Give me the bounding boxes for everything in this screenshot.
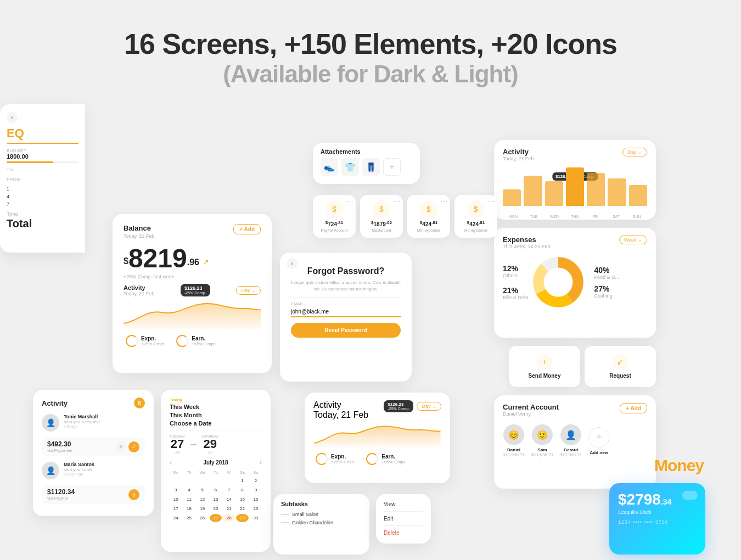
day-filter-button[interactable]: Day ⌄ (236, 286, 261, 295)
send-money-icon: + (537, 354, 552, 369)
bc-earn-ring (366, 453, 378, 465)
budget-budget-label: BUDGET (7, 148, 78, 153)
notif-accept-button-1[interactable]: ✓ (128, 441, 139, 452)
dp-prev-month[interactable]: ‹ (170, 458, 172, 466)
expenses-header: Expenses This week, 14-21 Feb Week ⌄ (503, 236, 647, 249)
budget-card: × EQ BUDGET 1800.00 To From 1 4 7 Total … (0, 104, 85, 253)
budget-bar-fill (7, 161, 53, 163)
budget-close-button[interactable]: × (7, 112, 18, 123)
forgot-close-button[interactable]: × (287, 258, 297, 269)
bc-earn-stat: Earn. +65% Cmpr. (366, 453, 406, 465)
card-toggle[interactable] (682, 491, 698, 500)
dp-month-label: July 2018 (203, 460, 228, 466)
balance-trend-icon: ↗ (203, 257, 209, 266)
dp-next-month[interactable]: › (260, 458, 262, 466)
donut-area: 12% Others 21% Bills & Debt 40% Food & D… (503, 255, 647, 310)
activity-bc-title-group: Activity Today, 21 Feb (313, 400, 368, 420)
bar-fri (587, 173, 605, 206)
payment-more-icon-2[interactable]: ⋯ (393, 197, 401, 206)
request-card[interactable]: ↙ Request (585, 346, 656, 387)
payment-amount-2: $1879.02 (364, 220, 398, 227)
bar-thu (566, 167, 584, 206)
expenses-week-button[interactable]: Week ⌄ (619, 236, 647, 244)
ca-add-icon: + (588, 427, 609, 448)
svg-point-4 (544, 268, 572, 296)
attach-items: 👟 👕 👖 + (321, 158, 412, 176)
donut-legend-left: 12% Others 21% Bills & Debt (503, 264, 529, 300)
dp-this-month[interactable]: This Month (170, 412, 262, 418)
dp-this-week[interactable]: This Week (170, 404, 262, 410)
menu-item-delete[interactable]: Delete (384, 528, 423, 537)
budget-numbers: 1 4 7 (7, 186, 78, 207)
budget-budget-value: 1800.00 (7, 153, 78, 160)
payment-more-icon[interactable]: ⋯ (346, 197, 353, 206)
legend-others: 12% Others (503, 264, 529, 278)
subtask-item-2: Golden Chandelier (281, 520, 362, 525)
ca-person-sam: 🙂 Sam $11,938.71 (531, 424, 553, 457)
current-account-header: Current Account Daniel Verny + Add (503, 403, 647, 417)
notif-item-1: 👤 Tonie Marshall sent you a request 14h … (42, 414, 145, 432)
budget-from-row: From (7, 177, 78, 182)
notif-add-button-2[interactable]: + (128, 489, 139, 500)
dp-divider (170, 430, 262, 430)
notif-amount-row-2: $1120.34 via PayPal + (42, 485, 145, 504)
forgot-email-input[interactable] (291, 307, 401, 317)
attach-add-button[interactable]: + (383, 158, 401, 176)
forgot-text: Integer quis dictum tellus, a auctor lor… (291, 279, 401, 293)
ca-avatar-gerard: 👤 (560, 424, 581, 445)
bar-labels: MON TUE WED THU FRI SAT SUN (503, 215, 647, 219)
attach-item-1: 👟 (321, 158, 338, 176)
payment-more-icon-3[interactable]: ⋯ (440, 197, 448, 206)
payment-amount-4: $424.81 (459, 220, 493, 227)
ca-person-add[interactable]: + Add new (588, 427, 609, 455)
activity-bc-stats: Expn. +25% Cmpr. Earn. +65% Cmpr. (313, 453, 441, 465)
expenses-card: Expenses This week, 14-21 Feb Week ⌄ 12%… (494, 228, 656, 338)
menu-item-view[interactable]: View (384, 500, 423, 509)
add-button[interactable]: + Add (233, 224, 261, 234)
notif-reject-button-1[interactable]: × (115, 441, 126, 452)
attachments-card: Attachements 👟 👕 👖 + (313, 143, 420, 184)
notif-content-2: Maria Santos sent you funds 2 Days ago (64, 462, 145, 476)
ca-add-button[interactable]: + Add (620, 403, 647, 413)
legend-food: 40% Food & D... (594, 266, 620, 280)
activity-bc-day-button[interactable]: Day ⌄ (417, 402, 441, 411)
blue-card-number: 1234 •••• •••• 3756 (618, 519, 697, 525)
bar-mon (503, 189, 521, 206)
activity-tr-day-button[interactable]: Day ⌄ (622, 148, 647, 156)
balance-date: Today, 21 Feb (124, 233, 154, 239)
notif-actions-1: × ✓ (115, 441, 139, 452)
menu-item-edit[interactable]: Edit (384, 514, 423, 523)
balance-cents: .96 (187, 257, 199, 267)
ca-people: 😊 Daniel $11,938.71 🙂 Sam $11,938.71 👤 G… (503, 424, 647, 457)
expn-stat: Expn. +25% Cmpr. (126, 335, 165, 347)
earn-text: Earn. +65% Cmpr. (192, 335, 216, 346)
activity-bc-wave (313, 422, 441, 450)
dp-range: TUESDAY 27 Jul → SATURDAY 29 Jul (170, 435, 262, 454)
bc-expn-text: Expn. +25% Cmpr. (331, 453, 355, 464)
dp-from-date: TUESDAY 27 Jul (170, 435, 185, 454)
payment-card-2: ⋯ $ $1879.02 Mastercard (360, 195, 403, 238)
context-menu-card: View Edit Delete (376, 494, 431, 544)
money-label: Money (654, 456, 704, 475)
send-money-card[interactable]: + Send Money (509, 346, 580, 387)
current-account-card: Current Account Daniel Verny + Add 😊 Dan… (494, 395, 656, 489)
subtasks-title: Subtasks (281, 501, 362, 507)
menu-divider-2 (384, 525, 423, 526)
payment-more-icon-4[interactable]: ⋯ (487, 197, 495, 206)
payment-icon-3: $ (420, 200, 437, 218)
send-money-label: Send Money (529, 373, 561, 379)
ca-person-daniel: 😊 Daniel $11,938.71 (503, 424, 525, 457)
subtasks-card: Subtasks Small Salon Golden Chandelier (273, 494, 369, 555)
activity-card-top-right: Activity Today, 21 Feb Day ⌄ $126.23 -25… (494, 140, 656, 220)
activity-label: Activity (124, 284, 154, 291)
attach-item-2: 👕 (341, 158, 359, 176)
notif-title: Activity (42, 399, 68, 407)
bc-earn-text: Earn. +65% Cmpr. (381, 453, 406, 464)
legend-clothing: 27% Clothing (594, 284, 620, 299)
payment-icon-1: $ (325, 200, 343, 218)
bc-expn-stat: Expn. +25% Cmpr. (316, 453, 355, 465)
dp-choose-date[interactable]: Choose a Date (170, 420, 262, 427)
blue-debit-card: $2798.34 Ezaquille Black 1234 •••• •••• … (609, 483, 705, 555)
bar-chart-container: $126.23 -25% Comp. MON TUE WED THU FRI S… (503, 172, 647, 219)
reset-password-button[interactable]: Reset Password (291, 323, 401, 338)
